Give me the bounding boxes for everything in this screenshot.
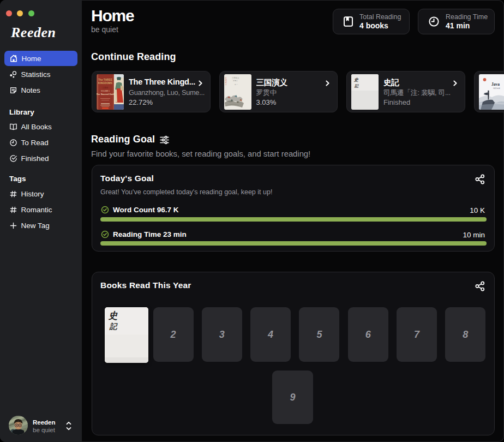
svg-text:KINGDOMS: KINGDOMS	[98, 82, 112, 85]
svg-text:三国演义: 三国演义	[232, 77, 239, 79]
svg-text:编程思想: 编程思想	[493, 87, 501, 89]
svg-text:史: 史	[353, 77, 359, 82]
svg-text:卷 一: 卷 一	[235, 83, 238, 86]
svg-text:The THREE: The THREE	[98, 79, 112, 81]
svg-text:· 三国志 ·: · 三国志 ·	[101, 87, 109, 89]
svg-text:史: 史	[108, 310, 118, 321]
svg-text:罗贯中: 罗贯中	[233, 80, 238, 82]
svg-text:VOLUME 1: VOLUME 1	[101, 90, 110, 92]
svg-text:Java: Java	[491, 82, 500, 87]
svg-text:記: 記	[354, 84, 359, 88]
svg-text:記: 記	[109, 322, 118, 331]
svg-text:The Sacred Oath: The Sacred Oath	[97, 93, 115, 95]
